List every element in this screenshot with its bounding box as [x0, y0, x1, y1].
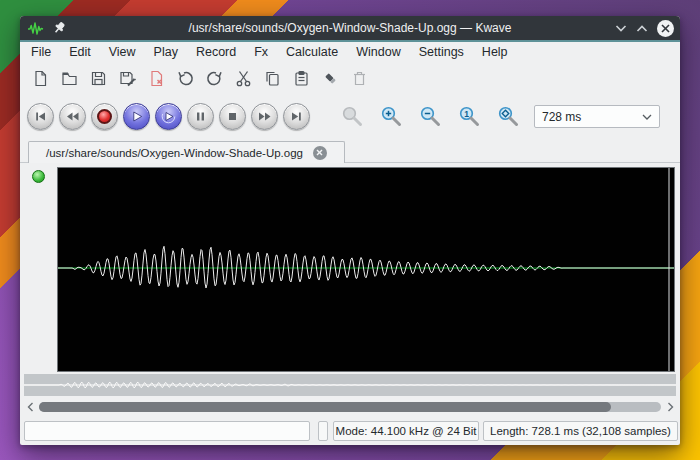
menubar: File Edit View Play Record Fx Calculate …: [20, 42, 680, 62]
svg-text:1: 1: [464, 109, 469, 119]
menu-file[interactable]: File: [22, 43, 60, 61]
titlebar: /usr/share/sounds/Oxygen-Window-Shade-Up…: [20, 16, 680, 40]
record-icon: [97, 109, 112, 124]
rewind-icon: [66, 110, 79, 123]
zoom-level-select[interactable]: 728 ms: [534, 105, 660, 128]
menu-record[interactable]: Record: [187, 43, 245, 61]
zoom-all-icon[interactable]: [497, 105, 520, 128]
statusbar: Mode: 44.100 kHz @ 24 Bit Length: 728.1 …: [20, 421, 680, 441]
tab-close-icon: [316, 149, 323, 156]
redo-button[interactable]: [200, 64, 229, 93]
new-file-button[interactable]: [26, 64, 55, 93]
delete-button[interactable]: [345, 64, 374, 93]
zoom-normal-icon[interactable]: 1: [458, 105, 481, 128]
skip-to-start-button[interactable]: [27, 103, 54, 130]
redo-icon: [205, 69, 224, 88]
open-folder-icon: [60, 69, 79, 88]
minimize-icon[interactable]: [615, 24, 627, 33]
horizontal-scrollbar[interactable]: [24, 399, 676, 414]
record-button[interactable]: [91, 103, 118, 130]
undo-button[interactable]: [171, 64, 200, 93]
close-file-icon: [147, 69, 166, 88]
menu-window[interactable]: Window: [347, 43, 409, 61]
copy-button[interactable]: [258, 64, 287, 93]
menu-help[interactable]: Help: [473, 43, 517, 61]
scrollbar-thumb[interactable]: [39, 402, 611, 412]
status-mode: Mode: 44.100 kHz @ 24 Bit: [333, 421, 479, 441]
paste-icon: [292, 69, 311, 88]
menu-view[interactable]: View: [100, 43, 145, 61]
menu-calculate[interactable]: Calculate: [277, 43, 347, 61]
erase-icon: [321, 69, 340, 88]
save-button[interactable]: [84, 64, 113, 93]
pause-button[interactable]: [187, 103, 214, 130]
channel-led-indicator: [32, 170, 45, 183]
loop-button[interactable]: [155, 103, 182, 130]
zoom-out-icon[interactable]: [419, 105, 442, 128]
loop-icon: [161, 109, 176, 124]
cut-button[interactable]: [229, 64, 258, 93]
chevron-left-icon: [27, 402, 34, 412]
zoom-to-selection-icon[interactable]: [341, 105, 364, 128]
save-as-button[interactable]: [113, 64, 142, 93]
scrollbar-track[interactable]: [39, 402, 661, 412]
scroll-left-button[interactable]: [24, 401, 36, 413]
new-file-icon: [31, 69, 50, 88]
menu-edit[interactable]: Edit: [60, 43, 100, 61]
menu-settings[interactable]: Settings: [410, 43, 473, 61]
kwave-app-icon: [27, 21, 44, 36]
scroll-right-button[interactable]: [664, 401, 676, 413]
stop-button[interactable]: [219, 103, 246, 130]
forward-button[interactable]: [251, 103, 278, 130]
tabbar: /usr/share/sounds/Oxygen-Window-Shade-Up…: [20, 138, 680, 163]
signal-view[interactable]: [57, 167, 675, 372]
close-file-button[interactable]: [142, 64, 171, 93]
playback-toolbar: 1 728 ms: [20, 95, 680, 138]
maximize-icon[interactable]: [636, 24, 648, 33]
erase-button[interactable]: [316, 64, 345, 93]
zoom-in-icon[interactable]: [380, 105, 403, 128]
delete-trash-icon: [350, 69, 369, 88]
file-tab[interactable]: /usr/share/sounds/Oxygen-Window-Shade-Up…: [28, 141, 345, 163]
save-as-icon: [118, 69, 137, 88]
forward-icon: [258, 110, 271, 123]
kwave-window: /usr/share/sounds/Oxygen-Window-Shade-Up…: [20, 16, 680, 445]
overview-waveform: [24, 374, 676, 396]
save-icon: [89, 69, 108, 88]
paste-button[interactable]: [287, 64, 316, 93]
close-icon: [661, 24, 670, 33]
status-spacer: [318, 421, 328, 441]
pin-icon[interactable]: [52, 21, 67, 36]
zoom-level-value: 728 ms: [542, 110, 642, 124]
play-button[interactable]: [123, 103, 150, 130]
skip-to-start-icon: [34, 110, 47, 123]
pause-icon: [194, 110, 207, 123]
zoom-tools: 1: [341, 105, 520, 128]
skip-to-end-button[interactable]: [283, 103, 310, 130]
menu-fx[interactable]: Fx: [245, 43, 277, 61]
close-window-button[interactable]: [657, 20, 674, 37]
file-toolbar: [20, 62, 680, 95]
chevron-right-icon: [667, 402, 674, 412]
cut-icon: [234, 69, 253, 88]
tab-close-button[interactable]: [313, 146, 327, 160]
copy-icon: [263, 69, 282, 88]
play-icon: [130, 110, 143, 123]
menu-play[interactable]: Play: [145, 43, 187, 61]
stop-icon: [226, 110, 239, 123]
window-title: /usr/share/sounds/Oxygen-Window-Shade-Up…: [20, 21, 680, 35]
rewind-button[interactable]: [59, 103, 86, 130]
status-length: Length: 728.1 ms (32,108 samples): [483, 421, 678, 441]
status-progress-field: [24, 421, 310, 441]
skip-to-end-icon: [290, 110, 303, 123]
open-file-button[interactable]: [55, 64, 84, 93]
undo-icon: [176, 69, 195, 88]
file-tab-label: /usr/share/sounds/Oxygen-Window-Shade-Up…: [46, 147, 303, 159]
chevron-down-icon: [642, 114, 652, 120]
overview-strip[interactable]: [24, 374, 676, 396]
waveform: [58, 168, 674, 371]
